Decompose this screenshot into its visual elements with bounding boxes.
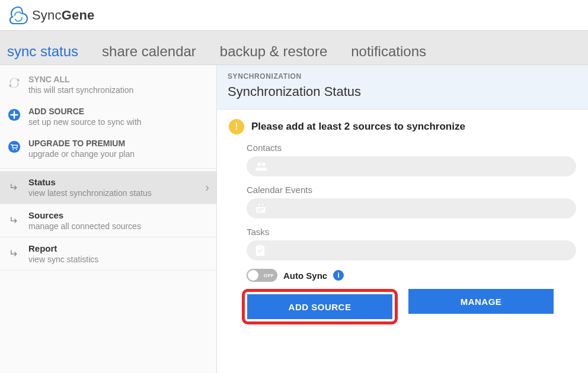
manage-button[interactable]: MANAGE — [408, 289, 554, 314]
sidebar-nav-sources[interactable]: Sources manage all connected sources — [0, 204, 216, 237]
autosync-label: Auto Sync — [283, 271, 327, 281]
action-desc: upgrade or change your plan — [28, 149, 135, 159]
sidebar: SYNC ALL this will start synchronization… — [0, 65, 217, 373]
category-bar — [247, 156, 576, 176]
content-header: SYNCHRONIZATION Synchronization Status — [217, 65, 588, 110]
tab-sync-status[interactable]: sync status — [4, 35, 82, 65]
nav-desc: view latest synchronization status — [28, 188, 198, 198]
svg-point-1 — [8, 141, 20, 153]
content-title: Synchronization Status — [228, 84, 577, 99]
svg-point-3 — [16, 149, 17, 150]
cart-icon — [7, 140, 21, 154]
arrow-turn-icon — [7, 181, 21, 195]
nav-title: Report — [28, 243, 209, 253]
main-tabs: sync status share calendar backup & rest… — [0, 31, 588, 65]
autosync-row: OFF Auto Sync i — [229, 269, 576, 282]
action-title: UPGRADE TO PREMIUM — [28, 139, 135, 148]
tab-notifications[interactable]: notifications — [347, 35, 430, 65]
category-calendar: Calendar Events — [247, 185, 576, 218]
svg-rect-10 — [258, 208, 260, 210]
category-contacts: Contacts — [247, 143, 576, 176]
toggle-knob — [248, 270, 258, 281]
clipboard-icon — [255, 244, 266, 257]
people-icon — [255, 161, 268, 172]
chevron-right-icon: › — [205, 181, 209, 194]
category-tasks: Tasks — [247, 227, 576, 261]
sidebar-action-sync-all[interactable]: SYNC ALL this will start synchronization — [0, 69, 216, 101]
autosync-toggle[interactable]: OFF — [247, 269, 277, 282]
nav-title: Status — [28, 177, 198, 187]
category-label: Contacts — [247, 143, 576, 153]
add-source-button[interactable]: ADD SOURCE — [247, 294, 392, 319]
svg-rect-16 — [258, 245, 262, 247]
syncgene-logo-icon — [8, 5, 28, 25]
svg-rect-13 — [258, 210, 260, 211]
tab-share-calendar[interactable]: share calendar — [98, 35, 200, 65]
category-label: Tasks — [247, 227, 576, 237]
highlight-annotation: ADD SOURCE — [242, 289, 398, 324]
main-content: SYNCHRONIZATION Synchronization Status !… — [217, 65, 588, 373]
category-bar — [247, 240, 576, 261]
content-eyebrow: SYNCHRONIZATION — [228, 72, 577, 81]
category-label: Calendar Events — [247, 185, 576, 195]
svg-point-5 — [262, 162, 266, 166]
action-title: SYNC ALL — [28, 75, 133, 84]
brand-logo[interactable]: SyncGene — [8, 5, 95, 25]
divider — [0, 168, 216, 169]
category-bar — [247, 198, 576, 218]
sidebar-nav-report[interactable]: Report view sync statistics — [0, 237, 216, 271]
arrow-turn-icon — [7, 247, 21, 261]
action-desc: set up new source to sync with — [28, 117, 142, 127]
svg-rect-7 — [257, 205, 266, 207]
action-desc: this will start synchronization — [28, 85, 133, 95]
info-icon[interactable]: i — [333, 270, 344, 281]
nav-desc: view sync statistics — [28, 255, 209, 264]
warning-banner: ! Please add at least 2 sources to synch… — [229, 119, 576, 134]
sidebar-action-add-source[interactable]: ADD SOURCE set up new source to sync wit… — [0, 101, 216, 133]
top-header: SyncGene — [0, 0, 588, 31]
nav-desc: manage all connected sources — [28, 221, 209, 231]
tab-backup-restore[interactable]: backup & restore — [216, 35, 331, 65]
toggle-state-label: OFF — [264, 273, 274, 278]
svg-point-2 — [12, 149, 14, 150]
warning-text: Please add at least 2 sources to synchro… — [251, 121, 465, 133]
plus-icon — [7, 108, 21, 122]
svg-point-4 — [257, 162, 261, 166]
svg-rect-11 — [260, 208, 262, 210]
sidebar-nav-status[interactable]: Status view latest synchronization statu… — [0, 171, 216, 204]
arrow-turn-icon — [7, 214, 21, 228]
warning-icon: ! — [229, 119, 244, 134]
nav-title: Sources — [28, 210, 209, 220]
svg-rect-8 — [258, 204, 260, 206]
action-title: ADD SOURCE — [28, 107, 142, 116]
svg-rect-12 — [263, 208, 264, 210]
svg-rect-9 — [262, 204, 263, 206]
svg-rect-14 — [260, 210, 262, 211]
sidebar-action-upgrade[interactable]: UPGRADE TO PREMIUM upgrade or change you… — [0, 133, 216, 165]
sync-icon — [7, 76, 21, 90]
brand-name: SyncGene — [32, 8, 95, 23]
calendar-icon — [255, 202, 267, 214]
